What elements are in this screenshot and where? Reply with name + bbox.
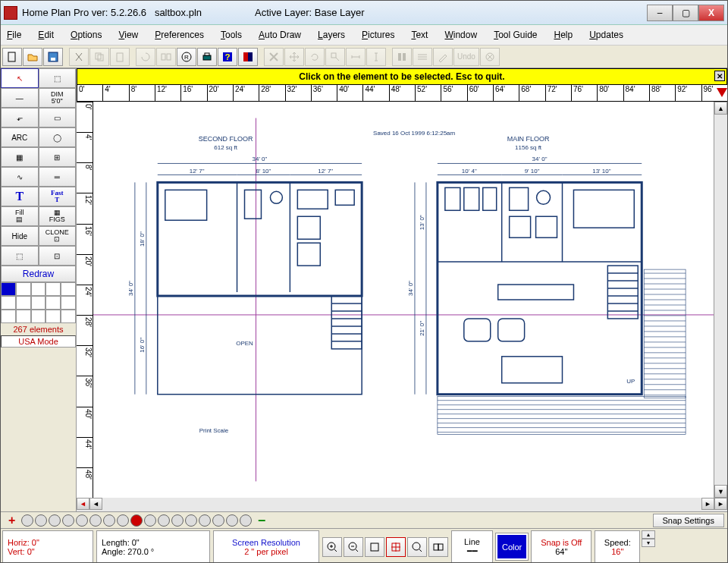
tool-fast-text[interactable]: Fast T (39, 187, 77, 206)
tool-dashed-rect[interactable]: ⬚ (1, 246, 39, 266)
color-cell[interactable] (46, 282, 61, 296)
color-cell[interactable] (61, 282, 76, 296)
move-button[interactable] (284, 48, 304, 66)
maximize-button[interactable]: ▢ (673, 5, 698, 21)
layer-dot[interactable] (212, 514, 224, 527)
tool-select-rect[interactable]: ⬚ (39, 68, 77, 88)
layer-dot[interactable] (240, 514, 252, 527)
color-button[interactable]: Color (496, 533, 528, 560)
distribute-button[interactable] (413, 48, 432, 66)
minimize-button[interactable]: – (647, 5, 673, 21)
add-layer-button[interactable]: + (4, 514, 20, 527)
layer-dot-active[interactable] (130, 514, 143, 527)
menu-edit[interactable]: Edit (36, 28, 55, 42)
tool-hide[interactable]: Hide (1, 226, 39, 246)
tool-line[interactable]: — (1, 88, 39, 108)
layer-dot[interactable] (89, 514, 102, 527)
tool-circle[interactable]: ◯ (39, 127, 77, 147)
tool-pointer[interactable]: ↖ (1, 68, 39, 88)
zoom-in-button[interactable] (322, 537, 342, 557)
speed-up-button[interactable]: ▴ (642, 530, 655, 539)
tool-parallel[interactable]: ═ (39, 167, 77, 187)
snap-status[interactable]: Snap is Off64" (531, 530, 592, 563)
layer-dot[interactable] (171, 514, 184, 527)
paste-button[interactable] (110, 48, 130, 66)
line-style[interactable]: Line━━ (451, 530, 493, 563)
scroll-left-button[interactable]: ◄ (89, 498, 102, 510)
tool-chained[interactable]: ⊡ (39, 246, 77, 266)
menu-text[interactable]: Text (410, 28, 429, 42)
layer-dot[interactable] (62, 514, 74, 527)
color-cell[interactable] (1, 310, 16, 323)
zoom-extents-button[interactable] (407, 537, 427, 557)
zoom-fit-button[interactable] (365, 537, 384, 557)
layer-dot[interactable] (117, 514, 129, 527)
menu-auto-draw[interactable]: Auto Draw (257, 28, 303, 42)
ruler-horizontal[interactable]: 0'4'8'12'16'20'24'28'32'36'40'44'48'52'5… (77, 85, 727, 102)
print-button[interactable] (197, 48, 217, 66)
save-button[interactable] (43, 48, 63, 66)
color-cell[interactable] (31, 282, 46, 296)
align-button[interactable] (392, 48, 412, 66)
copy-button[interactable] (89, 48, 109, 66)
rotate-button[interactable] (136, 48, 155, 66)
color-cell-active[interactable] (1, 282, 16, 296)
color-cell[interactable] (31, 296, 46, 310)
registered-button[interactable]: R (177, 48, 196, 66)
cut-button[interactable] (69, 48, 89, 66)
scroll-down-button[interactable]: ▼ (714, 485, 727, 498)
color-cell[interactable] (1, 296, 16, 310)
zoom-out-button[interactable] (344, 537, 363, 557)
color-toggle-button[interactable] (238, 48, 258, 66)
color-cell[interactable] (46, 310, 61, 323)
color-cell[interactable] (16, 296, 31, 310)
color-palette[interactable] (1, 282, 76, 323)
tool-stairs[interactable]: ▦ (1, 147, 39, 167)
layer-dot[interactable] (35, 514, 47, 527)
scroll-right-button[interactable]: ► (701, 498, 714, 510)
color-cell[interactable] (16, 282, 31, 296)
mirror-button[interactable] (156, 48, 176, 66)
layer-dot[interactable] (199, 514, 211, 527)
menu-pictures[interactable]: Pictures (360, 28, 396, 42)
tool-fill[interactable]: Fill ▤ (1, 206, 39, 226)
drawing-canvas[interactable]: Saved 16 Oct 1999 6:12:25am SECOND FLOOR… (93, 102, 714, 498)
color-cell[interactable] (31, 310, 46, 323)
remove-layer-button[interactable]: – (253, 512, 270, 528)
layer-dot[interactable] (158, 514, 170, 527)
zoom-window-button[interactable] (386, 537, 406, 557)
ruler-vertical[interactable]: 0'4'8'12'16'20'24'28'32'36'40'44'48' (77, 102, 93, 498)
menu-file[interactable]: File (5, 28, 23, 42)
snap-settings-button[interactable]: Snap Settings (653, 514, 725, 527)
speed-stepper[interactable]: ▴▾ (642, 530, 655, 563)
color-cell[interactable] (16, 310, 31, 323)
tool-figs[interactable]: ▦ FIGS (39, 206, 77, 226)
menu-window[interactable]: Window (443, 28, 479, 42)
menu-tools[interactable]: Tools (219, 28, 243, 42)
menu-layers[interactable]: Layers (316, 28, 347, 42)
scroll-left-far-button[interactable]: ◄ (77, 498, 89, 510)
color-cell[interactable] (61, 310, 76, 323)
resize-button[interactable] (325, 48, 345, 66)
hint-close-icon[interactable]: ✕ (714, 71, 725, 81)
menu-preferences[interactable]: Preferences (153, 28, 206, 42)
color-cell[interactable] (46, 296, 61, 310)
vertical-scrollbar[interactable]: ▲ ▼ (714, 102, 727, 498)
hdist-button[interactable] (346, 48, 366, 66)
layer-dot[interactable] (144, 514, 156, 527)
layer-dot[interactable] (21, 514, 33, 527)
properties-button[interactable] (433, 48, 453, 66)
tool-dim[interactable]: DIM 5'0" (39, 88, 77, 108)
scroll-right-far-button[interactable]: ► (714, 498, 727, 510)
close-button[interactable]: X (698, 5, 724, 21)
delete-button[interactable] (264, 48, 284, 66)
tool-text[interactable]: T (1, 187, 39, 206)
vdist-button[interactable] (366, 48, 386, 66)
menu-options[interactable]: Options (69, 28, 103, 42)
new-file-button[interactable] (2, 48, 22, 66)
scroll-up-button[interactable]: ▲ (714, 102, 727, 115)
speed-down-button[interactable]: ▾ (642, 539, 655, 547)
menu-help[interactable]: Help (553, 28, 575, 42)
open-file-button[interactable] (23, 48, 42, 66)
tool-windows[interactable]: ⊞ (39, 147, 77, 167)
